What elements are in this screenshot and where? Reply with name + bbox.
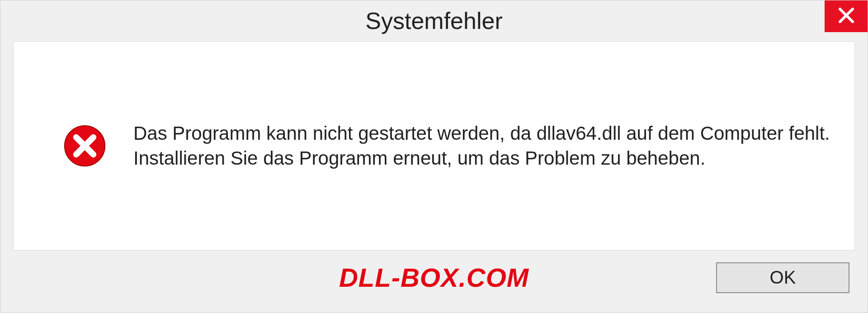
content-area: Das Programm kann nicht gestartet werden…	[13, 41, 855, 251]
ok-button[interactable]: OK	[716, 262, 849, 293]
close-icon	[837, 6, 855, 26]
dialog-title: Systemfehler	[365, 7, 502, 34]
error-icon	[63, 124, 106, 167]
footer: DLL-BOX.COM OK	[0, 256, 868, 313]
close-button[interactable]	[825, 0, 868, 32]
error-dialog: Systemfehler Das Programm kann nicht ges…	[0, 0, 868, 313]
watermark-text: DLL-BOX.COM	[339, 262, 529, 293]
error-message: Das Programm kann nicht gestartet werden…	[133, 121, 832, 171]
titlebar: Systemfehler	[0, 0, 868, 41]
